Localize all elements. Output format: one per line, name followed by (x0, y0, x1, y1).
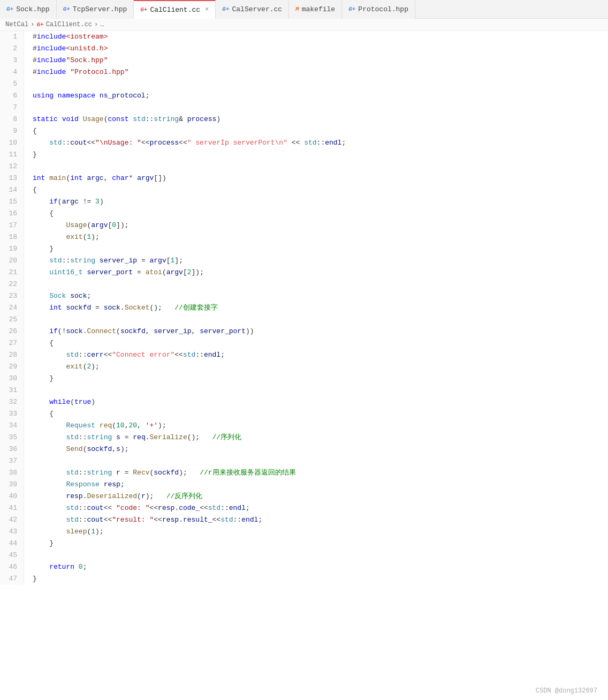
line-num-19: 19 (0, 243, 24, 255)
code-line-26: 26 if(!sock.Connect(sockfd, server_ip, s… (0, 326, 608, 337)
code-line-5: 5 (0, 78, 608, 90)
line-code-18: exit(1); (24, 231, 608, 243)
code-line-32: 32 while(true) (0, 396, 608, 408)
tab-tcpserver[interactable]: G+ TcpServer.hpp (57, 0, 134, 19)
line-code-35: std::string s = req.Serialize(); //序列化 (24, 432, 608, 443)
breadcrumb-netcal: NetCal (5, 21, 28, 28)
line-code-11: } (24, 149, 608, 161)
code-line-39: 39 Response resp; (0, 479, 608, 491)
line-num-45: 45 (0, 550, 24, 561)
line-num-37: 37 (0, 455, 24, 467)
code-line-7: 7 (0, 102, 608, 114)
line-code-2: #include<unistd.h> (24, 43, 608, 55)
line-num-41: 41 (0, 502, 24, 514)
code-line-47: 47 } (0, 573, 608, 585)
code-line-10: 10 std::cout<<"\nUsage: "<<process<<" se… (0, 137, 608, 149)
line-code-24: int sockfd = sock.Socket(); //创建套接字 (24, 302, 608, 314)
tab-bar: G+ Sock.hpp G+ TcpServer.hpp G+ CalClien… (0, 0, 608, 19)
line-code-14: { (24, 184, 608, 196)
code-line-42: 42 std::cout<<"result: "<<resp.result_<<… (0, 514, 608, 526)
tab-icon-protocol: G+ (348, 6, 355, 12)
line-code-39: Response resp; (24, 479, 608, 491)
line-num-1: 1 (0, 31, 24, 43)
line-code-34: Request req(10,20, '+'); (24, 420, 608, 432)
line-code-33: { (24, 408, 608, 420)
line-code-41: std::cout<< "code: "<<resp.code_<<std::e… (24, 502, 608, 514)
line-code-13: int main(int argc, char* argv[]) (24, 172, 608, 184)
code-editor: 1 #include<iostream> 2 #include<unistd.h… (0, 31, 608, 585)
line-code-43: sleep(1); (24, 526, 608, 538)
line-code-6: using namespace ns_protocol; (24, 90, 608, 102)
breadcrumb-more: … (100, 21, 104, 28)
line-num-12: 12 (0, 161, 24, 172)
line-num-8: 8 (0, 114, 24, 125)
line-num-42: 42 (0, 514, 24, 526)
line-num-28: 28 (0, 349, 24, 361)
line-num-27: 27 (0, 337, 24, 349)
line-num-9: 9 (0, 125, 24, 137)
line-num-32: 32 (0, 396, 24, 408)
code-line-11: 11 } (0, 149, 608, 161)
line-num-6: 6 (0, 90, 24, 102)
line-code-44: } (24, 538, 608, 550)
code-line-46: 46 return 0; (0, 561, 608, 573)
line-num-3: 3 (0, 55, 24, 66)
tab-close-calclient[interactable]: × (205, 6, 209, 13)
code-line-13: 13 int main(int argc, char* argv[]) (0, 172, 608, 184)
breadcrumb: NetCal › G+ CalClient.cc › … (0, 19, 608, 31)
line-code-29: exit(2); (24, 361, 608, 373)
code-line-28: 28 std::cerr<<"Connect error"<<std::endl… (0, 349, 608, 361)
tab-calclient[interactable]: G+ CalClient.cc × (134, 0, 216, 19)
tab-label-calclient: CalClient.cc (150, 6, 200, 14)
tab-protocol[interactable]: G+ Protocol.hpp (342, 0, 415, 19)
line-code-9: { (24, 125, 608, 137)
line-num-46: 46 (0, 561, 24, 573)
code-line-18: 18 exit(1); (0, 231, 608, 243)
code-line-14: 14 { (0, 184, 608, 196)
code-line-45: 45 (0, 550, 608, 561)
line-code-42: std::cout<<"result: "<<resp.result_<<std… (24, 514, 608, 526)
code-line-3: 3 #include"Sock.hpp" (0, 55, 608, 66)
breadcrumb-file: CalClient.cc (46, 21, 92, 28)
line-num-35: 35 (0, 432, 24, 443)
tab-label-makefile: makefile (302, 5, 335, 13)
line-code-1: #include<iostream> (24, 31, 608, 43)
line-num-31: 31 (0, 385, 24, 396)
line-num-30: 30 (0, 373, 24, 385)
breadcrumb-icon: G+ (36, 21, 43, 28)
line-num-23: 23 (0, 290, 24, 302)
line-num-4: 4 (0, 66, 24, 78)
line-code-40: resp.Deserialized(r); //反序列化 (24, 491, 608, 502)
line-code-26: if(!sock.Connect(sockfd, server_ip, serv… (24, 326, 608, 337)
line-code-38: std::string r = Recv(sockfd); //r用来接收服务器… (24, 467, 608, 479)
line-num-7: 7 (0, 102, 24, 114)
code-line-4: 4 #include "Protocol.hpp" (0, 66, 608, 78)
code-line-9: 9 { (0, 125, 608, 137)
tab-calserver[interactable]: G+ CalServer.cc (216, 0, 289, 19)
line-code-47: } (24, 573, 608, 585)
line-num-36: 36 (0, 443, 24, 455)
line-num-11: 11 (0, 149, 24, 161)
line-num-26: 26 (0, 326, 24, 337)
line-num-5: 5 (0, 78, 24, 90)
line-code-19: } (24, 243, 608, 255)
code-line-36: 36 Send(sockfd,s); (0, 443, 608, 455)
tab-sock[interactable]: G+ Sock.hpp (0, 0, 57, 19)
tab-makefile[interactable]: M makefile (289, 0, 342, 19)
code-line-31: 31 (0, 385, 608, 396)
line-num-44: 44 (0, 538, 24, 550)
code-line-20: 20 std::string server_ip = argv[1]; (0, 255, 608, 267)
code-line-1: 1 #include<iostream> (0, 31, 608, 43)
line-num-2: 2 (0, 43, 24, 55)
line-num-33: 33 (0, 408, 24, 420)
line-code-4: #include "Protocol.hpp" (24, 66, 608, 78)
line-code-3: #include"Sock.hpp" (24, 55, 608, 66)
line-code-8: static void Usage(const std::string& pro… (24, 114, 608, 125)
line-num-29: 29 (0, 361, 24, 373)
code-line-15: 15 if(argc != 3) (0, 196, 608, 208)
line-code-28: std::cerr<<"Connect error"<<std::endl; (24, 349, 608, 361)
code-line-16: 16 { (0, 208, 608, 220)
line-num-18: 18 (0, 231, 24, 243)
code-line-6: 6 using namespace ns_protocol; (0, 90, 608, 102)
code-line-41: 41 std::cout<< "code: "<<resp.code_<<std… (0, 502, 608, 514)
